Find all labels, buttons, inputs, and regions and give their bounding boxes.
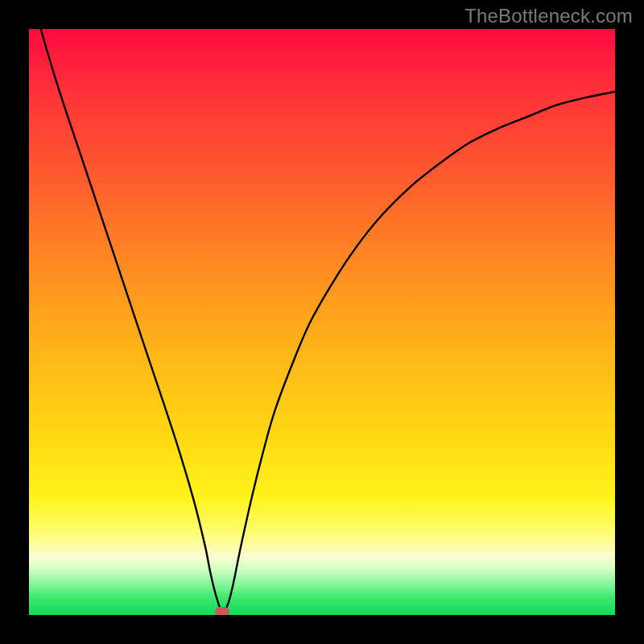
- optimal-marker: [215, 607, 229, 615]
- bottleneck-curve: [29, 29, 615, 615]
- chart-frame: TheBottleneck.com: [0, 0, 644, 644]
- plot-area: [29, 29, 615, 615]
- watermark-text: TheBottleneck.com: [464, 5, 633, 27]
